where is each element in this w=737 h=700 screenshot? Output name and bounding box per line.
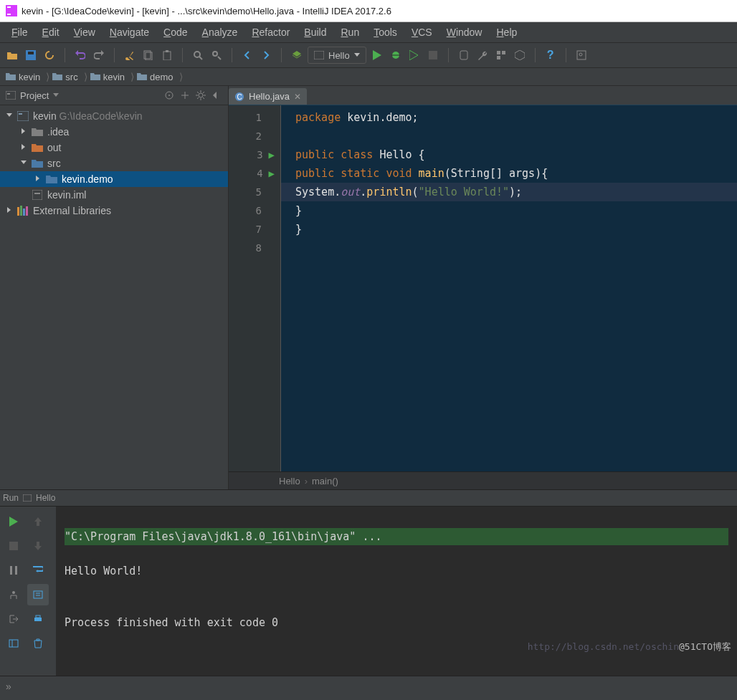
run-header-config[interactable]: Hello [36, 493, 55, 503]
gutter-line[interactable]: 2 [229, 127, 275, 145]
code-editor[interactable]: 123▶4▶5678 package kevin.demo; public cl… [229, 105, 737, 471]
project-header-label[interactable]: Project [20, 90, 49, 101]
gear-icon[interactable] [195, 90, 206, 101]
stop-icon[interactable] [425, 47, 441, 63]
breadcrumb-item[interactable]: demo [137, 72, 176, 82]
code-line[interactable]: public class Hello { [295, 145, 737, 164]
menu-run[interactable]: Run [333, 24, 366, 41]
code-line[interactable] [295, 127, 737, 145]
rerun-icon[interactable] [3, 511, 24, 532]
code-line[interactable] [295, 239, 737, 257]
menu-view[interactable]: View [67, 24, 103, 41]
menu-tools[interactable]: Tools [366, 24, 404, 41]
structure-icon[interactable] [493, 47, 509, 63]
run-gutter-icon[interactable]: ▶ [269, 145, 275, 164]
scroll-to-end-icon[interactable] [27, 584, 49, 605]
expand-arrow-icon[interactable] [20, 159, 29, 168]
build-icon[interactable] [289, 47, 305, 63]
gutter-line[interactable]: 5 [229, 183, 275, 201]
menu-help[interactable]: Help [489, 24, 524, 41]
run-console[interactable]: "C:\Program Files\java\jdk1.8.0_161\bin\… [56, 507, 737, 676]
gutter-line[interactable]: 8 [229, 239, 275, 257]
gutter-line[interactable]: 7 [229, 220, 275, 239]
tree-node[interactable]: kevin.iml [0, 187, 228, 203]
expand-arrow-icon[interactable] [20, 128, 29, 136]
down-stacktrace-icon[interactable] [27, 535, 49, 557]
expand-arrow-icon[interactable] [6, 112, 14, 120]
code-content[interactable]: package kevin.demo; public class Hello {… [281, 105, 737, 471]
run-gutter-icon[interactable]: ▶ [269, 164, 275, 183]
code-line[interactable]: } [295, 220, 737, 239]
pause-icon[interactable] [3, 560, 24, 581]
close-icon[interactable]: ✕ [294, 92, 301, 102]
sdk-icon[interactable] [512, 47, 528, 63]
menu-edit[interactable]: Edit [35, 24, 67, 41]
tree-node[interactable]: out [0, 140, 228, 155]
code-line[interactable]: package kevin.demo; [295, 108, 737, 127]
tree-node[interactable]: External Libraries [0, 203, 228, 219]
coverage-icon[interactable] [406, 47, 422, 63]
target-icon[interactable] [163, 90, 175, 101]
exit-icon[interactable] [3, 608, 24, 630]
code-line[interactable]: } [295, 201, 737, 220]
menu-vcs[interactable]: VCS [404, 24, 439, 41]
menu-code[interactable]: Code [156, 24, 194, 41]
menu-build[interactable]: Build [297, 24, 333, 41]
tree-node[interactable]: kevin.demo [0, 171, 228, 187]
gutter-line[interactable]: 1 [229, 108, 275, 127]
wrench-icon[interactable] [475, 47, 490, 63]
editor-crumb-class[interactable]: Hello [279, 476, 300, 486]
tree-node[interactable]: kevin G:\IdeaCode\kevin [0, 108, 228, 124]
chevron-down-icon[interactable] [53, 93, 59, 97]
trash-icon[interactable] [27, 633, 49, 654]
gutter-line[interactable]: 6 [229, 201, 275, 220]
breadcrumb-item[interactable]: kevin [6, 72, 43, 82]
menu-navigate[interactable]: Navigate [103, 24, 156, 41]
menu-file[interactable]: File [4, 24, 35, 41]
print-icon[interactable] [27, 608, 49, 630]
editor-crumb-method[interactable]: main() [312, 476, 338, 486]
menu-window[interactable]: Window [439, 24, 490, 41]
up-stacktrace-icon[interactable] [27, 511, 49, 532]
sync-icon[interactable] [42, 47, 57, 63]
tree-node[interactable]: src [0, 155, 228, 171]
code-line[interactable]: System.out.println("Hello World!"); [281, 183, 737, 201]
run-config-selector[interactable]: Hello [308, 47, 366, 64]
run-header-label[interactable]: Run [3, 493, 19, 503]
paste-icon[interactable] [159, 47, 175, 63]
collapse-all-icon[interactable] [179, 90, 191, 101]
project-tree[interactable]: kevin G:\IdeaCode\kevin.ideaoutsrckevin.… [0, 105, 228, 489]
breadcrumb-item[interactable]: kevin [90, 72, 128, 82]
breadcrumb-item[interactable]: src [52, 72, 80, 82]
expand-arrow-icon[interactable] [6, 206, 14, 215]
undo-icon[interactable] [72, 47, 88, 63]
forward-icon[interactable] [258, 47, 274, 63]
open-icon[interactable] [4, 47, 20, 63]
help-icon[interactable]: ? [543, 47, 558, 63]
avd-icon[interactable] [456, 47, 472, 63]
code-line[interactable]: public static void main(String[] args){ [295, 164, 737, 183]
editor-tab-hello[interactable]: C Hello.java ✕ [229, 88, 307, 105]
stop-icon[interactable] [3, 535, 24, 557]
menu-refactor[interactable]: Refactor [244, 24, 297, 41]
tree-node[interactable]: .idea [0, 124, 228, 140]
hide-icon[interactable] [211, 90, 222, 101]
menu-analyze[interactable]: Analyze [195, 24, 245, 41]
back-icon[interactable] [239, 47, 255, 63]
copy-icon[interactable] [141, 47, 156, 63]
debug-icon[interactable] [388, 47, 404, 63]
expand-arrow-icon[interactable] [34, 175, 43, 183]
search-everywhere-icon[interactable] [574, 47, 589, 63]
soft-wrap-icon[interactable] [27, 560, 49, 581]
save-all-icon[interactable] [23, 47, 39, 63]
find-icon[interactable] [190, 47, 206, 63]
run-icon[interactable] [369, 47, 385, 63]
replace-icon[interactable] [209, 47, 224, 63]
chevron-right-icon[interactable]: » [6, 681, 11, 692]
expand-arrow-icon[interactable] [20, 143, 29, 152]
gutter-line[interactable]: 3▶ [229, 145, 275, 164]
dump-threads-icon[interactable] [3, 584, 24, 605]
expand-arrow-icon[interactable] [20, 191, 29, 199]
layout-icon[interactable] [3, 633, 24, 654]
editor-gutter[interactable]: 123▶4▶5678 [229, 105, 281, 471]
